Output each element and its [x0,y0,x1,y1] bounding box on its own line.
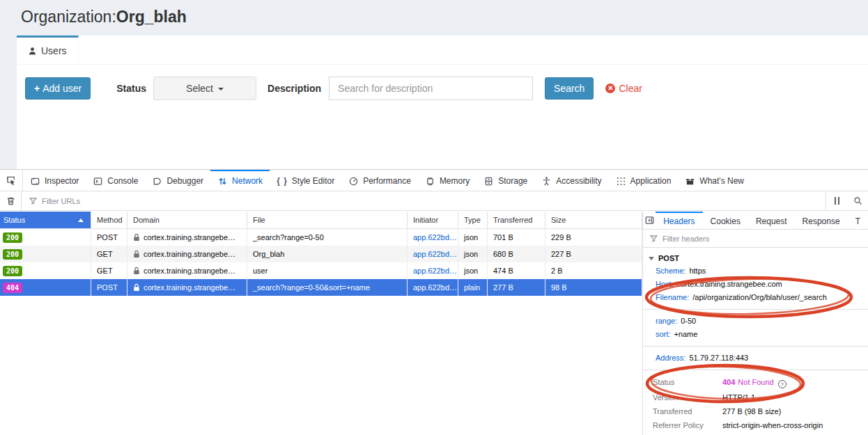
summary-referrer-row: Referrer Policy strict-origin-when-cross… [643,418,868,432]
plus-icon: + [34,83,40,94]
initiator-link[interactable]: app.622bd… [413,233,457,242]
cell-method: POST [91,229,127,246]
search-icon [853,196,863,206]
add-user-button[interactable]: +Add user [25,77,91,100]
filter-urls-input[interactable] [42,197,181,205]
address-line: Address:51.79.27.118:443 [643,351,868,365]
users-widget: Users +Add user Status Select Descriptio… [17,35,868,169]
devtools-tab-memory[interactable]: Memory [418,170,476,191]
collapse-twisty-icon [649,257,654,260]
request-row-selected[interactable]: 404 POST cortex.training.strangebe… _sea… [0,279,642,296]
user-icon [28,47,37,56]
headers-content: POST Scheme:https Host:cortex.training.s… [643,248,868,435]
pause-button[interactable] [826,191,847,210]
status-select-value: Select [186,83,213,94]
network-body: Status Method Domain File Initiator Type… [0,212,868,435]
accessibility-icon [541,176,552,187]
column-header-status[interactable]: Status [0,212,91,228]
lock-icon [133,250,140,258]
request-row[interactable]: 200 POST cortex.training.strangebe… _sea… [0,229,642,246]
initiator-link[interactable]: app.622bd… [413,250,457,258]
details-tab-request[interactable]: Request [748,212,795,229]
requests-table: Status Method Domain File Initiator Type… [0,212,643,435]
status-label: Status [116,83,146,94]
initiator-link[interactable]: app.622bd… [413,283,457,292]
header-line-scheme: Scheme:https [643,264,868,278]
cell-size: 227 B [545,246,642,262]
cell-method: GET [91,246,127,262]
console-icon [93,176,103,187]
app-controls: +Add user Status Select Description Sear… [21,77,868,100]
devtools-tab-network[interactable]: Network [210,170,270,191]
pick-element-button[interactable] [0,170,23,191]
debugger-icon [152,176,162,187]
column-header-type[interactable]: Type [458,212,488,228]
tab-users[interactable]: Users [17,35,79,64]
search-button[interactable]: Search [545,77,594,100]
column-header-file[interactable]: File [247,212,408,228]
details-tab-headers[interactable]: Headers [656,212,702,229]
column-header-method[interactable]: Method [91,212,127,228]
devtools-tab-whats-new[interactable]: What's New [678,170,751,191]
clear-button[interactable]: ✕ Clear [605,83,642,94]
cell-size: 229 B [545,229,642,246]
toggle-details-panel-button[interactable] [643,212,656,229]
clear-requests-button[interactable] [0,191,21,210]
cell-domain: cortex.training.strangebe… [127,262,247,279]
column-header-size[interactable]: Size [545,212,642,228]
sort-ascending-icon [78,219,84,222]
param-line-range: range:0-50 [643,315,868,328]
performance-icon [348,176,359,187]
devtools-tab-application[interactable]: Application [609,170,679,191]
cell-size: 2 B [545,262,642,279]
devtools-tab-performance[interactable]: Performance [341,170,418,191]
divider [643,346,868,347]
details-tab-cookies[interactable]: Cookies [703,212,748,229]
network-toolbar [0,191,868,211]
panel-toggle-icon [644,215,655,226]
description-search-input[interactable] [329,77,533,100]
devtools-tab-inspector[interactable]: Inspector [23,170,86,191]
devtools-tab-accessibility[interactable]: Accessibility [534,170,608,191]
devtools-tab-console[interactable]: Console [86,170,145,191]
summary-transferred-row: Transferred 277 B (98 B size) [643,404,868,418]
request-row[interactable]: 200 GET cortex.training.strangebe… Org_b… [0,246,642,262]
request-method-section[interactable]: POST [643,248,868,264]
page-title: Organization: Org_blah [0,0,868,33]
header-line-filename: Filename:/api/organization/Org/blah/user… [643,291,868,304]
page-title-prefix: Organization: [21,8,116,26]
devtools-tab-style-editor[interactable]: { } Style Editor [270,170,341,191]
application-icon [616,176,626,187]
details-tab-response[interactable]: Response [795,212,848,229]
initiator-link[interactable]: app.622bd… [413,267,457,275]
lock-icon [133,283,140,292]
search-requests-button[interactable] [847,191,868,210]
devtools-tab-storage[interactable]: Storage [476,170,534,191]
divider [643,309,868,310]
lock-icon [133,233,140,242]
style-editor-icon: { } [277,176,288,186]
cell-type: json [458,246,488,262]
status-badge: 200 [3,266,22,276]
status-select[interactable]: Select [153,77,256,100]
cell-type: plain [458,279,488,296]
column-header-initiator[interactable]: Initiator [408,212,458,228]
page-title-org: Org_blah [116,8,187,26]
cell-method: GET [91,262,127,279]
column-header-domain[interactable]: Domain [127,212,247,228]
cell-method: POST [91,279,127,296]
filter-headers-input[interactable] [662,235,802,243]
cell-file: _search?range=0-50 [247,229,408,246]
cell-domain: cortex.training.strangebe… [127,279,247,296]
details-tabbar: Headers Cookies Request Response T [643,212,868,230]
cell-transferred: 277 B [488,279,545,296]
inspector-icon [30,176,40,187]
help-question-icon[interactable]: ? [778,380,786,388]
devtools-tab-debugger[interactable]: Debugger [145,170,210,191]
funnel-icon [29,196,38,205]
request-row[interactable]: 200 GET cortex.training.strangebe… user … [0,262,642,279]
filter-headers-wrap [643,230,868,248]
details-tab-timings[interactable]: T [848,212,868,229]
column-header-transferred[interactable]: Transferred [488,212,545,228]
status-badge: 404 [3,283,22,293]
